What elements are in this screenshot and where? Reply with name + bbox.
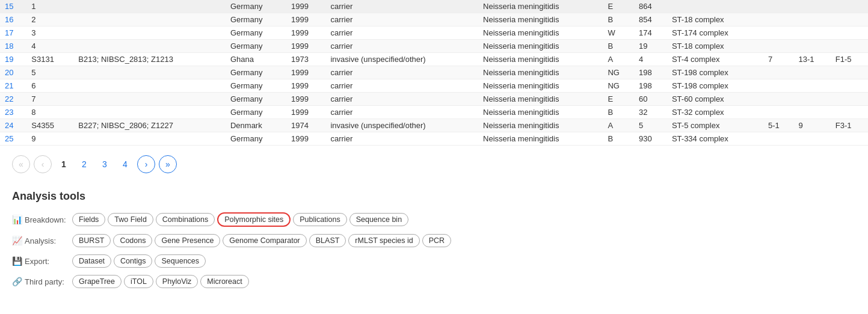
table-row: 151Germany1999carrierNeisseria meningiti… [0, 0, 868, 13]
tool-burst[interactable]: BURST [72, 234, 111, 247]
prev-page-button[interactable]: ‹ [34, 155, 52, 173]
tool-itol[interactable]: iTOL [124, 275, 153, 288]
table-row: 24S4355B227; NIBSC_2806; Z1227Denmark197… [0, 119, 868, 132]
table-row: 238Germany1999carrierNeisseria meningiti… [0, 106, 868, 119]
breakdown-icon: 📊 [12, 215, 22, 224]
export-row: 💾 Export: DatasetContigsSequences [12, 253, 856, 269]
tool-fields[interactable]: Fields [72, 213, 105, 226]
next-page-button[interactable]: › [137, 155, 155, 173]
tool-two-field[interactable]: Two Field [108, 213, 153, 226]
tool-publications[interactable]: Publications [293, 213, 346, 226]
table-row: 205Germany1999carrierNeisseria meningiti… [0, 66, 868, 79]
tool-pcr[interactable]: PCR [422, 234, 451, 247]
tool-genome-comparator[interactable]: Genome Comparator [223, 234, 306, 247]
tool-grapetree[interactable]: GrapeTree [72, 275, 122, 288]
tool-combinations[interactable]: Combinations [156, 213, 215, 226]
third-party-label: 🔗 Third party: [12, 277, 66, 286]
table-row: 162Germany1999carrierNeisseria meningiti… [0, 13, 868, 26]
export-label: 💾 Export: [12, 256, 66, 266]
last-page-button[interactable]: » [159, 155, 177, 173]
export-tools-list: DatasetContigsSequences [71, 253, 207, 269]
analysis-tools-section: Analysis tools 📊 Breakdown: FieldsTwo Fi… [0, 183, 868, 306]
page-4[interactable]: 4 [117, 156, 134, 173]
table-row: 259Germany1999carrierNeisseria meningiti… [0, 132, 868, 146]
data-table-section: 151Germany1999carrierNeisseria meningiti… [0, 0, 868, 146]
tool-rmlst-species-id[interactable]: rMLST species id [348, 234, 419, 247]
tool-phyloviz[interactable]: PhyloViz [156, 275, 198, 288]
analysis-row: 📈 Analysis: BURSTCodonsGene PresenceGeno… [12, 233, 856, 248]
export-icon: 💾 [12, 256, 22, 266]
table-row: 227Germany1999carrierNeisseria meningiti… [0, 93, 868, 106]
third-party-row: 🔗 Third party: GrapeTreeiTOLPhyloVizMicr… [12, 274, 856, 289]
first-page-button[interactable]: « [12, 155, 30, 173]
breakdown-tools: FieldsTwo FieldCombinationsPolymorphic s… [71, 211, 410, 228]
analysis-row-label: 📈 Analysis: [12, 236, 66, 245]
tool-sequence-bin[interactable]: Sequence bin [349, 213, 408, 226]
analysis-tools-list: BURSTCodonsGene PresenceGenome Comparato… [71, 233, 452, 248]
table-row: 216Germany1999carrierNeisseria meningiti… [0, 79, 868, 93]
data-table: 151Germany1999carrierNeisseria meningiti… [0, 0, 868, 146]
pagination: « ‹ 1 2 3 4 › » [0, 146, 868, 183]
tool-sequences[interactable]: Sequences [155, 254, 206, 268]
breakdown-label: 📊 Breakdown: [12, 215, 66, 224]
tool-microreact[interactable]: Microreact [200, 275, 248, 288]
table-row: 173Germany1999carrierNeisseria meningiti… [0, 26, 868, 40]
table-row: 19S3131B213; NIBSC_2813; Z1213Ghana1973i… [0, 53, 868, 66]
tool-gene-presence[interactable]: Gene Presence [155, 234, 220, 247]
third-party-tools-list: GrapeTreeiTOLPhyloVizMicroreact [71, 274, 250, 289]
tool-blast[interactable]: BLAST [309, 234, 346, 247]
tool-dataset[interactable]: Dataset [72, 254, 111, 268]
breakdown-row: 📊 Breakdown: FieldsTwo FieldCombinations… [12, 211, 856, 228]
tool-codons[interactable]: Codons [113, 234, 152, 247]
tool-contigs[interactable]: Contigs [114, 254, 152, 268]
tool-polymorphic-sites[interactable]: Polymorphic sites [217, 212, 291, 227]
page-1[interactable]: 1 [55, 156, 72, 173]
page-2[interactable]: 2 [76, 156, 93, 173]
page-3[interactable]: 3 [96, 156, 113, 173]
analysis-icon: 📈 [12, 236, 22, 245]
analysis-title: Analysis tools [12, 190, 856, 203]
third-party-icon: 🔗 [12, 277, 22, 286]
table-row: 184Germany1999carrierNeisseria meningiti… [0, 40, 868, 53]
